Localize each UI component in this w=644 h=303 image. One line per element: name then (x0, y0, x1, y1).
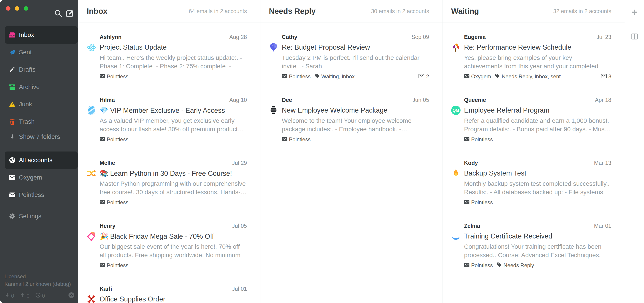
email-card[interactable]: DeeJun 05New Employee Welcome PackageWel… (269, 96, 429, 143)
kanban-columns: Inbox64 emails in 2 accountsAshlynnAug 2… (78, 0, 625, 303)
sidebar-item-settings[interactable]: Settings (5, 208, 78, 225)
sidebar-account-all-accounts[interactable]: All accounts (5, 152, 78, 169)
sidebar-item-drafts[interactable]: Drafts (5, 61, 78, 78)
tag-list: Waiting, inbox (321, 74, 355, 80)
sidebar-toolbar (54, 10, 74, 18)
split-columns-button[interactable] (631, 33, 638, 40)
account-badge: Pointless (100, 136, 128, 142)
plus-button[interactable] (631, 9, 638, 16)
titlebar (0, 0, 78, 21)
tag-list: Needs Reply, inbox, sent (502, 74, 560, 80)
tags-badge: Needs Reply (497, 262, 534, 268)
email-card[interactable]: CathySep 09Re: Budget Proposal ReviewTue… (269, 34, 429, 80)
sidebar-item-inbox[interactable]: Inbox (5, 26, 78, 44)
zoom-button[interactable] (24, 6, 28, 11)
sidebar-item-sent[interactable]: Sent (5, 44, 78, 61)
envelope-small-icon (100, 262, 105, 268)
sidebar-account-pointless[interactable]: Pointless (5, 186, 78, 204)
scroll-to-top-button[interactable] (68, 292, 75, 300)
email-preview: As a valued VIP member, you get exclusiv… (100, 116, 247, 134)
email-card[interactable]: KodyMar 13Backup System TestMonthly back… (451, 160, 611, 206)
sidebar-account-label: Pointless (19, 191, 44, 198)
search-button[interactable] (54, 10, 62, 18)
striped-badge-icon (87, 106, 96, 115)
column-card-list: AshlynnAug 28Project Status UpdateHi tea… (78, 22, 260, 303)
sidebar-account-label: All accounts (19, 156, 52, 164)
warning-triangle-icon (9, 101, 16, 108)
compose-icon (66, 9, 74, 18)
down-arrow-icon (9, 134, 16, 140)
sidebar-item-show-7-folders[interactable]: Show 7 folders (5, 130, 78, 143)
account-badge: Pointless (100, 262, 128, 268)
thread-count-badge: 2 (418, 74, 429, 80)
sync-status-row: 000 (4, 292, 75, 300)
account-badge: Pointless (100, 199, 128, 206)
email-subject: 🎉 Black Friday Mega Sale - 70% Off (100, 232, 214, 240)
email-card[interactable]: QueenieApr 18QMEmployee Referral Program… (451, 96, 611, 143)
sidebar-item-archive[interactable]: Archive (5, 78, 78, 96)
email-subject-row: New Employee Welcome Package (269, 106, 429, 115)
column-card-list: CathySep 09Re: Budget Proposal ReviewTue… (260, 22, 442, 303)
tag-icon (495, 74, 500, 80)
email-preview: Refer a qualified candidate and earn a 1… (464, 116, 611, 134)
inbox-tray-icon (9, 32, 16, 38)
compose-button[interactable] (66, 10, 74, 18)
email-subject: New Employee Welcome Package (282, 106, 388, 114)
email-card[interactable]: MellieJul 29📚 Learn Python in 30 Days - … (87, 160, 247, 206)
sidebar-account-oxygem[interactable]: Oxygem (5, 169, 78, 186)
email-card-top: EugeniaJul 23 (451, 34, 611, 40)
email-subject: Project Status Update (100, 44, 167, 52)
sidebar-item-trash[interactable]: Trash (5, 113, 78, 130)
email-sender: Henry (100, 222, 116, 229)
thread-count-badge: 3 (601, 74, 611, 80)
envelope-small-icon (464, 136, 470, 142)
account-nav: All accountsOxygemPointless (0, 152, 78, 204)
tag-icon (497, 262, 502, 268)
email-card-top: CathySep 09 (269, 34, 429, 40)
column-card-list: EugeniaJul 23Re: Performance Review Sche… (443, 22, 625, 303)
email-preview: Hi team,. Here's the weekly project stat… (100, 54, 247, 70)
clock-counter: 0 (35, 292, 45, 299)
clock-icon (35, 292, 41, 299)
email-sender: Mellie (100, 160, 115, 166)
sidebar-item-label: Archive (19, 84, 40, 90)
email-card[interactable]: KarliJul 01Office Supplies Order (87, 286, 247, 303)
chevron-up-circle-icon (68, 292, 75, 300)
account-badge: Pointless (282, 74, 310, 80)
sidebar-item-junk[interactable]: Junk (5, 96, 78, 113)
status-count: 0 (26, 293, 29, 299)
email-subject: Office Supplies Order (100, 295, 166, 303)
minimize-button[interactable] (15, 6, 19, 11)
email-subject-row: Project Status Update (87, 42, 247, 52)
account-name: Oxygem (471, 74, 491, 80)
email-card[interactable]: ZelmaMar 01Training Certificate Received… (451, 222, 611, 269)
email-subject-row: Training Certificate Received (451, 231, 611, 241)
account-name: Pointless (471, 136, 493, 142)
upload-arrow-counter: 0 (20, 292, 29, 299)
email-preview: Tuesday 2 PM is perfect. I'll send out t… (282, 54, 429, 70)
email-preview: Monthly backup system test completed suc… (464, 180, 611, 196)
shuffle-arrows-icon (87, 169, 96, 178)
email-card[interactable]: EugeniaJul 23Re: Performance Review Sche… (451, 34, 611, 80)
email-sender: Hilma (100, 96, 115, 103)
email-card[interactable]: AshlynnAug 28Project Status UpdateHi tea… (87, 34, 247, 80)
account-badge: Pointless (464, 199, 493, 206)
account-badge: Pointless (100, 74, 128, 80)
download-arrow-counter: 0 (4, 292, 14, 299)
autumn-leaf-icon (451, 43, 460, 52)
email-card-top: KodyMar 13 (451, 160, 611, 166)
email-subject-row: 🎉 Black Friday Mega Sale - 70% Off (87, 231, 247, 241)
email-card[interactable]: HilmaAug 10💎 VIP Member Exclusive - Earl… (87, 96, 247, 143)
email-card[interactable]: HenryJul 05🎉 Black Friday Mega Sale - 70… (87, 222, 247, 269)
react-logo-icon (87, 43, 96, 52)
sidebar-item-label: Junk (19, 101, 32, 108)
sidebar-item-label: Inbox (19, 31, 34, 38)
status-count: 0 (42, 293, 45, 299)
envelope-small-icon (100, 136, 105, 142)
account-name: Pointless (289, 74, 310, 80)
close-button[interactable] (6, 6, 10, 11)
email-meta-row: Pointless (100, 199, 247, 206)
thread-count: 3 (608, 74, 611, 80)
email-card-top: ZelmaMar 01 (451, 222, 611, 229)
sidebar: InboxSentDraftsArchiveJunkTrashShow 7 fo… (0, 0, 78, 303)
